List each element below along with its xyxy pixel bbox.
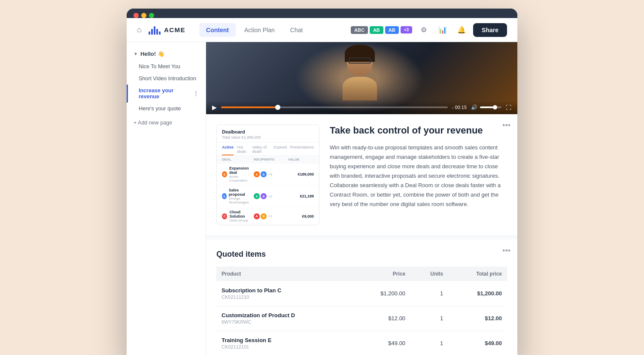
db-recipient-3a: A (254, 213, 260, 219)
avatar-abc: ABC (351, 26, 368, 34)
db-recipients-more-3: +1 (268, 214, 272, 218)
db-recipient-2a: A (254, 193, 260, 199)
db-tab-hot-deals[interactable]: Hot deals (237, 145, 249, 155)
volume-icon[interactable]: 🔊 (471, 104, 477, 110)
logo-text: ACME (164, 26, 185, 33)
dot-red[interactable] (134, 13, 139, 18)
analytics-icon[interactable]: 📊 (435, 23, 450, 37)
dealboard-table-header: Deal Recipients Value (217, 156, 319, 163)
video-time: - 00:15 (452, 105, 467, 110)
sidebar-item-quote[interactable]: Here's your quote (127, 103, 206, 115)
info-card-menu-icon[interactable]: ••• (502, 121, 510, 130)
db-recipient-2b: B (261, 193, 267, 199)
db-recipients-1: A B +4 (254, 171, 288, 177)
video-progress-thumb[interactable] (275, 105, 280, 110)
main-layout: ▼ Hello! 👋 Nice To Meet You Short Video … (127, 42, 517, 355)
price-cell-1: $1,200.00 (353, 281, 411, 306)
quoted-card: ••• Quoted items Product Price Units Tot… (206, 240, 517, 355)
logo-bar-2 (151, 29, 153, 35)
product-cell-3: Training Session E CK02112101 (216, 331, 353, 355)
sidebar-item-menu-icon[interactable]: ⋮ (193, 90, 199, 97)
sidebar-section-header[interactable]: ▼ Hello! 👋 (127, 47, 206, 61)
video-progress-fill (221, 106, 278, 108)
table-row: Customization of Product D 6WY79KRWC $12… (216, 306, 507, 331)
volume-area: 🔊 (471, 104, 501, 110)
db-deal-info-2: Sales proposal Omega Technologies (229, 188, 254, 204)
tab-chat[interactable]: Chat (283, 23, 310, 37)
db-value-2: €21,189 (288, 194, 314, 198)
price-cell-2: $12.00 (353, 306, 411, 331)
person-glasses (349, 58, 371, 64)
dealboard-title: Dealboard (222, 129, 314, 134)
dot-green[interactable] (149, 13, 154, 18)
info-card: ••• Dealboard Total value €1,989,000 Act… (206, 114, 517, 236)
avatar-ab1: AB (370, 26, 383, 34)
browser-dots (134, 13, 154, 18)
notifications-icon[interactable]: 🔔 (454, 23, 469, 37)
top-nav: ⌂ ACME Content Action Plan Chat ABC (127, 18, 517, 42)
sidebar-item-short-video[interactable]: Short Video Introduction (127, 73, 206, 85)
sidebar-item-nice-to-meet[interactable]: Nice To Meet You (127, 61, 206, 73)
dealboard-subtitle: Total value €1,989,000 (222, 135, 314, 140)
dealboard-preview: Dealboard Total value €1,989,000 Active … (216, 124, 319, 225)
home-icon[interactable]: ⌂ (137, 25, 142, 34)
video-controls: ▶ - 00:15 🔊 ⛶ (206, 100, 517, 114)
dealboard-header: Dealboard Total value €1,989,000 (217, 125, 319, 143)
col-total-price: Total price (448, 267, 507, 281)
volume-thumb[interactable] (493, 105, 497, 109)
settings-icon[interactable]: ⚙ (416, 23, 431, 37)
product-name-2: Customization of Product D (222, 312, 348, 319)
units-cell-2: 1 (410, 306, 448, 331)
info-text: Take back control of your revenue Win wi… (330, 124, 507, 225)
tab-action-plan[interactable]: Action Plan (237, 23, 282, 37)
avatar-ab2: AB (385, 26, 399, 34)
total-cell-3: $49.00 (448, 331, 507, 355)
db-value-3: €9,000 (288, 214, 314, 218)
db-deal-name-2: Sales proposal (229, 188, 254, 197)
product-sku-2: 6WY79KRWC (222, 319, 348, 325)
tab-content[interactable]: Content (199, 23, 236, 37)
db-deal-info-3: Cloud Solution Delta Group (229, 210, 254, 222)
logo-bar-3 (154, 26, 155, 35)
product-sku-3: CK02112101 (222, 344, 348, 349)
db-col-deal: Deal (222, 158, 254, 161)
share-button[interactable]: Share (473, 23, 507, 37)
db-deal-name-3: Cloud Solution (229, 210, 254, 218)
db-recipients-2: A B +2 (254, 193, 288, 199)
fullscreen-button[interactable]: ⛶ (506, 104, 511, 111)
volume-bar[interactable] (480, 106, 501, 108)
sidebar-item-increase-revenue[interactable]: Increase your revenue ⋮ (127, 85, 206, 103)
db-tab-valley[interactable]: Valley of death (252, 145, 270, 155)
db-tab-active[interactable]: Active (222, 145, 234, 155)
db-deal-company-3: Delta Group (229, 218, 254, 222)
product-name-3: Training Session E (222, 337, 348, 343)
person-head (347, 48, 373, 76)
db-deal-company-1: Acme Corporation (229, 175, 254, 182)
db-row-3: C Cloud Solution Delta Group A B +1 (217, 207, 319, 225)
db-deal-company-2: Omega Technologies (229, 197, 254, 204)
db-deal-info-1: Expansion deal Acme Corporation (229, 166, 254, 182)
db-tab-presentations[interactable]: Presentations (290, 145, 314, 155)
sidebar-add-page-button[interactable]: + Add new page (127, 116, 206, 129)
dealboard-tabs: Active Hot deals Valley of death Expired… (217, 143, 319, 156)
db-deal-name-1: Expansion deal (229, 166, 254, 175)
db-value-1: €189,000 (288, 172, 314, 176)
person-silhouette (338, 48, 381, 108)
quoted-card-menu-icon[interactable]: ••• (502, 246, 510, 255)
quoted-title: Quoted items (216, 250, 507, 259)
avatar-group: ABC AB AB +3 (351, 26, 412, 34)
db-tab-expired[interactable]: Expired (273, 145, 287, 155)
logo-bar-4 (156, 29, 158, 35)
play-button[interactable]: ▶ (212, 104, 217, 111)
db-recipient-1a: A (254, 171, 260, 177)
db-deal-avatar-2: S (222, 193, 227, 199)
content-area: ▶ - 00:15 🔊 ⛶ (206, 42, 517, 355)
table-row: Subscription to Plan C CK02111210 $1,200… (216, 281, 507, 306)
video-section: ▶ - 00:15 🔊 ⛶ (206, 42, 517, 114)
video-progress-bar[interactable] (221, 106, 448, 108)
avatar-plus: +3 (401, 26, 412, 33)
dot-yellow[interactable] (141, 13, 146, 18)
db-recipient-3b: B (261, 213, 267, 219)
price-cell-3: $49.00 (353, 331, 411, 355)
db-row-2: S Sales proposal Omega Technologies A B … (217, 185, 319, 207)
